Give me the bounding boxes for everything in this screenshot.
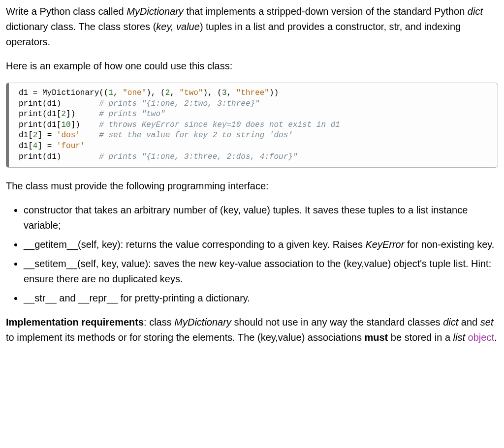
- code-box: d1 = MyDictionary((1, "one"), (2, "two")…: [6, 83, 498, 168]
- text-segment: that implements a stripped-down version …: [184, 6, 468, 17]
- text-segment: __setitem__(self, key, value): saves the…: [24, 258, 491, 284]
- code-token: # prints "{1:one, 2:two, 3:three}": [99, 99, 259, 108]
- text-segment: dict: [468, 6, 483, 17]
- text-segment: to implement its methods or for storing …: [6, 332, 364, 343]
- code-token: # set the value for key 2 to string 'dos…: [99, 131, 293, 140]
- code-token: d1 = MyDictionary((: [19, 89, 108, 97]
- code-token: print(d1): [19, 99, 99, 108]
- code-token: 1: [108, 89, 113, 97]
- code-token: # prints "{1:one, 3:three, 2:dos, 4:four…: [99, 152, 297, 161]
- text-segment: __str__ and __repr__ for pretty-printing…: [24, 293, 250, 303]
- text-segment: list: [453, 332, 465, 343]
- code-token: [80, 131, 99, 140]
- code-token: ,: [227, 89, 236, 97]
- text-segment: object: [468, 332, 494, 343]
- text-segment: and: [458, 317, 480, 328]
- code-token: ,: [170, 89, 179, 97]
- text-segment: MyDictionary: [174, 317, 231, 328]
- list-item: __setitem__(self, key, value): saves the…: [24, 256, 498, 287]
- code-token: "three": [236, 89, 269, 97]
- code-token: ,: [113, 89, 123, 97]
- code-token: ] =: [37, 142, 56, 150]
- code-token: 2: [33, 131, 38, 140]
- text-segment: : class: [144, 317, 174, 328]
- code-token: "two": [179, 89, 203, 97]
- code-token: ] =: [37, 131, 56, 140]
- text-segment: MyDictionary: [126, 6, 184, 17]
- code-token: print(d1): [19, 152, 99, 161]
- text-segment: .: [494, 332, 497, 343]
- text-segment: dictionary class. The class stores (: [6, 21, 156, 32]
- list-item: constructor that takes an arbitrary numb…: [24, 203, 498, 233]
- code-token: 10: [61, 120, 70, 129]
- code-token: ]): [71, 120, 99, 129]
- code-token: d1[: [19, 131, 33, 140]
- code-token: 2: [61, 110, 66, 119]
- text-segment: for non-existing key.: [404, 239, 494, 250]
- implementation-requirements: Implementation requirements: class MyDic…: [6, 315, 498, 345]
- text-segment: constructor that takes an arbitrary numb…: [24, 205, 468, 231]
- text-segment: set: [480, 317, 494, 328]
- list-item: __getitem__(self, key): returns the valu…: [24, 237, 498, 252]
- text-segment: be stored in a: [388, 332, 453, 343]
- text-segment: must: [364, 332, 388, 343]
- code-token: 3: [222, 89, 227, 97]
- text-segment: __getitem__(self, key): returns the valu…: [24, 239, 365, 250]
- code-token: ), (: [203, 89, 222, 97]
- code-token: )): [269, 89, 279, 97]
- code-content: d1 = MyDictionary((1, "one"), (2, "two")…: [19, 88, 491, 162]
- intro-paragraph: Write a Python class called MyDictionary…: [6, 4, 498, 50]
- example-lead: Here is an example of how one could use …: [6, 59, 498, 74]
- code-token: # throws KeyError since key=10 does not …: [99, 120, 340, 129]
- text-segment: should not use in any way the standard c…: [231, 317, 443, 328]
- list-item: __str__ and __repr__ for pretty-printing…: [24, 291, 498, 306]
- code-token: ]): [66, 110, 99, 119]
- code-token: # prints "two": [99, 110, 165, 119]
- code-token: ), (: [146, 89, 165, 97]
- code-token: print(d1[: [19, 110, 61, 119]
- code-token: 2: [165, 89, 170, 97]
- text-segment: KeyError: [365, 239, 404, 250]
- code-token: 4: [33, 142, 38, 150]
- interface-bullets: constructor that takes an arbitrary numb…: [6, 203, 498, 306]
- code-token: d1[: [19, 142, 33, 150]
- code-token: "one": [123, 89, 146, 97]
- text-segment: dict: [443, 317, 458, 328]
- code-token: 'four': [57, 142, 85, 150]
- code-token: print(d1[: [19, 120, 61, 129]
- text-segment: Write a Python class called: [6, 6, 126, 17]
- code-token: 'dos': [57, 131, 80, 140]
- text-segment: Implementation requirements: [6, 317, 144, 328]
- text-segment: key, value: [156, 21, 200, 32]
- interface-lead: The class must provide the following pro…: [6, 179, 498, 194]
